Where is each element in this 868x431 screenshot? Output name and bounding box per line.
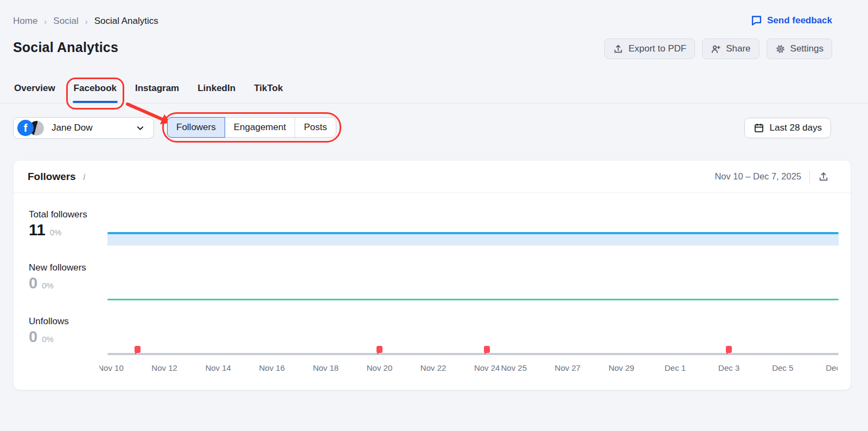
share-button[interactable]: Share	[702, 38, 759, 59]
post-markers	[107, 346, 839, 357]
chevron-right-icon: ›	[44, 17, 47, 26]
breadcrumb-home[interactable]: Home	[13, 16, 37, 27]
x-axis-tick: Nov 12	[151, 363, 177, 372]
followers-chart: Total followers 11 0% New followers 0 0%…	[14, 193, 851, 390]
calendar-icon	[754, 123, 764, 133]
date-range-filter-label: Last 28 days	[770, 123, 822, 133]
metric-value-new-followers: 0 0%	[29, 274, 54, 292]
share-label: Share	[726, 43, 750, 54]
metric-label-total-followers: Total followers	[29, 209, 87, 220]
metric-change: 0%	[42, 281, 54, 290]
followers-card: Followers i Nov 10 – Dec 7, 2025 Total f…	[13, 160, 851, 390]
tab-facebook[interactable]: Facebook	[73, 81, 118, 103]
divider	[809, 170, 810, 183]
x-axis-tick: Nov 24	[474, 363, 500, 372]
export-chart-icon[interactable]	[818, 171, 829, 182]
upload-icon	[613, 44, 623, 54]
info-icon[interactable]: i	[82, 172, 85, 182]
post-marker-flag[interactable]	[376, 346, 382, 353]
export-to-pdf-label: Export to PDF	[628, 43, 686, 54]
tab-tiktok[interactable]: TikTok	[253, 81, 284, 103]
tab-linkedin[interactable]: LinkedIn	[196, 81, 237, 103]
header-actions: Export to PDF Share Settings	[604, 38, 832, 59]
metric-tabs-wrapper: Followers Engagement Posts	[167, 117, 336, 138]
total-followers-line	[107, 232, 839, 234]
x-axis-tick: Dec 5	[772, 363, 793, 372]
breadcrumb: Home › Social › Social Analytics	[13, 16, 158, 27]
chevron-right-icon: ›	[85, 17, 88, 26]
settings-label: Settings	[790, 43, 824, 54]
person-add-icon	[711, 44, 721, 54]
gear-icon	[775, 44, 786, 54]
tab-instagram[interactable]: Instagram	[134, 81, 180, 103]
active-tab-underline	[73, 101, 118, 103]
metric-value-unfollows: 0 0%	[29, 328, 54, 346]
metric-change: 0%	[42, 334, 54, 344]
settings-button[interactable]: Settings	[767, 38, 832, 59]
x-axis-tick: Nov 18	[313, 363, 339, 372]
metric-tab-followers[interactable]: Followers	[167, 117, 225, 138]
export-to-pdf-button[interactable]: Export to PDF	[604, 38, 695, 59]
x-axis-tick: Nov 14	[205, 363, 231, 372]
x-axis-tick: Nov 10	[99, 363, 124, 372]
metric-change: 0%	[50, 228, 62, 237]
post-marker-flag[interactable]	[135, 346, 141, 353]
new-followers-line	[107, 299, 839, 300]
metric-tab-posts[interactable]: Posts	[295, 118, 336, 137]
x-axis-tick: Nov 20	[367, 363, 393, 372]
card-title: Followers	[28, 171, 76, 183]
breadcrumb-social[interactable]: Social	[53, 16, 78, 27]
followers-card-header: Followers i Nov 10 – Dec 7, 2025	[14, 160, 851, 193]
metric-label-new-followers: New followers	[29, 262, 86, 273]
controls-row: f Jane Dow Followers Engagement Posts La…	[0, 117, 868, 139]
annotation-circle-facebook-tab	[66, 78, 124, 110]
x-axis-tick: Dec 3	[718, 363, 739, 372]
x-axis-tick: Nov 29	[609, 363, 635, 372]
total-followers-area	[107, 234, 839, 246]
channel-tabs: Overview Facebook Instagram LinkedIn Tik…	[0, 81, 868, 104]
facebook-logo-icon: f	[17, 120, 34, 136]
send-feedback-label: Send feedback	[767, 15, 832, 26]
x-axis-tick: Dec 7	[826, 363, 838, 372]
profile-name: Jane Dow	[52, 123, 93, 133]
metric-label-unfollows: Unfollows	[29, 316, 69, 327]
x-axis-tick: Nov 27	[555, 363, 581, 372]
metric-tabs: Followers Engagement Posts	[167, 117, 336, 138]
metric-value-total-followers: 11 0%	[29, 221, 61, 239]
page-title: Social Analytics	[13, 40, 118, 55]
date-range-filter-button[interactable]: Last 28 days	[744, 118, 831, 138]
card-date-range: Nov 10 – Dec 7, 2025	[714, 171, 801, 182]
breadcrumb-current: Social Analytics	[94, 16, 158, 27]
post-marker-flag[interactable]	[484, 346, 490, 353]
send-feedback-link[interactable]: Send feedback	[751, 15, 832, 26]
metric-tab-engagement[interactable]: Engagement	[225, 118, 295, 137]
x-axis: Nov 10Nov 12Nov 14Nov 16Nov 18Nov 20Nov …	[99, 362, 838, 374]
post-marker-flag[interactable]	[726, 346, 732, 353]
tab-overview[interactable]: Overview	[13, 81, 56, 103]
x-axis-tick: Nov 16	[259, 363, 285, 372]
profile-selector[interactable]: f Jane Dow	[13, 117, 154, 139]
chevron-down-icon	[136, 124, 145, 133]
x-axis-tick: Dec 1	[665, 363, 686, 372]
speech-bubble-icon	[751, 15, 762, 26]
x-axis-tick: Nov 22	[420, 363, 446, 372]
x-axis-tick: Nov 25	[501, 363, 527, 372]
